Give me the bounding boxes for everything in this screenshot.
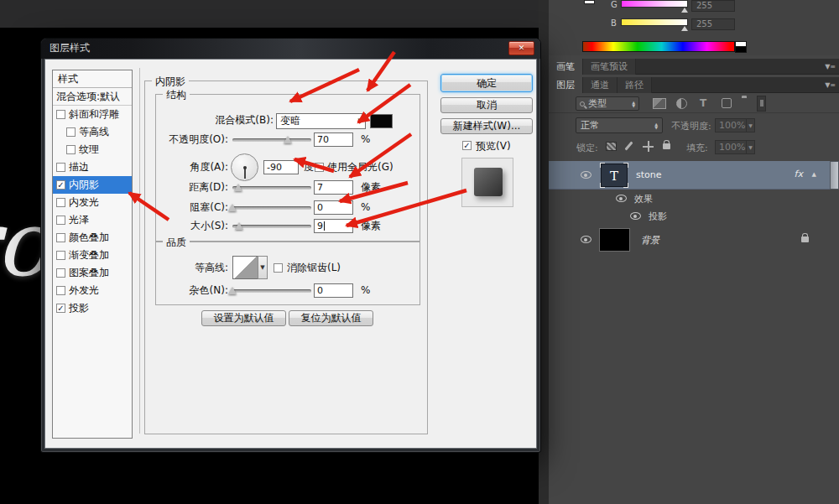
blue-channel-slider[interactable] bbox=[621, 18, 688, 26]
drop-shadow-effect-row[interactable]: 投影 bbox=[549, 208, 839, 225]
style-item-stroke[interactable]: 描边 bbox=[53, 158, 132, 176]
text-layer-thumbnail[interactable]: T bbox=[601, 164, 628, 187]
distance-field[interactable]: 7 bbox=[314, 180, 353, 195]
layers-scrollbar-thumb[interactable] bbox=[830, 161, 839, 190]
checkbox[interactable] bbox=[66, 127, 76, 137]
layer-name[interactable]: 背景 bbox=[641, 234, 659, 247]
noise-slider[interactable] bbox=[232, 289, 311, 293]
blue-value-field[interactable]: 255 bbox=[691, 18, 735, 30]
checkbox[interactable] bbox=[56, 286, 65, 295]
contour-picker[interactable] bbox=[232, 256, 258, 279]
checkbox[interactable] bbox=[56, 110, 65, 119]
set-default-button[interactable]: 设置为默认值 bbox=[201, 310, 286, 326]
shadow-color-swatch[interactable] bbox=[370, 114, 393, 128]
style-item-texture[interactable]: 纹理 bbox=[53, 141, 132, 158]
checkbox[interactable] bbox=[56, 216, 65, 225]
panel-menu-icon[interactable]: ▼≡ bbox=[825, 77, 836, 93]
distance-slider[interactable] bbox=[232, 186, 311, 190]
visibility-eye-icon[interactable] bbox=[581, 171, 591, 179]
checkbox[interactable] bbox=[56, 251, 65, 260]
size-slider[interactable] bbox=[232, 225, 311, 228]
contour-dropdown-icon[interactable]: ▼ bbox=[258, 256, 268, 279]
checkbox[interactable]: ✓ bbox=[56, 304, 65, 313]
style-item-inner-glow[interactable]: 内发光 bbox=[53, 194, 132, 211]
noise-slider-thumb[interactable] bbox=[228, 287, 237, 294]
opacity-dropdown-icon[interactable]: ▼ bbox=[746, 118, 755, 132]
effects-row[interactable]: 效果 bbox=[549, 190, 839, 208]
style-item-bevel-emboss[interactable]: 斜面和浮雕 bbox=[53, 106, 132, 123]
layer-blend-mode-dropdown[interactable]: 正常 ▲▼ bbox=[576, 117, 663, 133]
noise-field[interactable]: 0 bbox=[314, 283, 353, 298]
opacity-slider-thumb[interactable] bbox=[284, 136, 292, 143]
filter-toggle-icon[interactable] bbox=[757, 96, 766, 112]
collapse-effects-icon[interactable]: ▲ bbox=[812, 171, 816, 178]
panel-menu-icon[interactable]: ▼≡ bbox=[825, 59, 836, 75]
green-slider-thumb[interactable] bbox=[681, 8, 688, 13]
style-item-satin[interactable]: 光泽 bbox=[53, 211, 132, 229]
visibility-eye-icon[interactable] bbox=[616, 195, 627, 202]
opacity-field[interactable]: 70 bbox=[314, 132, 353, 147]
tab-brush-presets[interactable]: 画笔预设 bbox=[583, 59, 636, 75]
visibility-eye-icon[interactable] bbox=[630, 212, 641, 220]
green-channel-slider[interactable] bbox=[621, 0, 688, 8]
distance-slider-thumb[interactable] bbox=[234, 184, 242, 191]
checkbox[interactable]: ✓ bbox=[56, 180, 65, 190]
foreground-color-swatch[interactable] bbox=[584, 0, 595, 4]
cancel-button[interactable]: 取消 bbox=[440, 97, 533, 113]
filter-shape-layers-icon[interactable] bbox=[722, 98, 732, 108]
style-item-blending-options[interactable]: 混合选项:默认 bbox=[53, 88, 132, 106]
background-layer-thumbnail[interactable] bbox=[599, 228, 630, 252]
lock-all-icon[interactable] bbox=[663, 143, 670, 149]
style-item-outer-glow[interactable]: 外发光 bbox=[53, 282, 132, 299]
filter-pixel-layers-icon[interactable] bbox=[653, 98, 666, 109]
tab-channels[interactable]: 通道 bbox=[583, 77, 618, 93]
choke-slider-thumb[interactable] bbox=[228, 204, 237, 211]
size-slider-thumb[interactable] bbox=[235, 222, 243, 230]
fx-badge[interactable]: fx bbox=[795, 169, 803, 179]
layer-row-background[interactable]: 背景 bbox=[549, 226, 839, 253]
blue-slider-thumb[interactable] bbox=[681, 26, 688, 31]
lock-move-icon[interactable] bbox=[643, 141, 654, 152]
ok-button[interactable]: 确定 bbox=[440, 74, 533, 92]
checkbox[interactable] bbox=[56, 163, 65, 172]
layer-row-stone[interactable]: T stone fx ▲ bbox=[549, 161, 830, 190]
style-item-contour[interactable]: 等高线 bbox=[53, 123, 132, 141]
layer-name[interactable]: stone bbox=[636, 169, 662, 180]
filter-type-layers-icon[interactable]: T bbox=[700, 98, 706, 109]
layer-opacity-value[interactable]: 100% bbox=[715, 118, 747, 132]
blend-mode-dropdown[interactable]: 变暗▼ bbox=[276, 113, 366, 129]
tab-brush[interactable]: 画笔 bbox=[549, 59, 583, 75]
style-item-drop-shadow[interactable]: ✓投影 bbox=[53, 299, 132, 317]
choke-slider[interactable] bbox=[232, 206, 311, 210]
lock-paint-icon[interactable] bbox=[624, 141, 633, 150]
anti-alias-checkbox[interactable] bbox=[274, 263, 283, 273]
color-spectrum-ramp[interactable] bbox=[582, 41, 735, 52]
style-item-inner-shadow[interactable]: ✓内阴影 bbox=[53, 176, 132, 194]
angle-dial[interactable] bbox=[231, 153, 258, 181]
green-value-field[interactable]: 255 bbox=[691, 0, 735, 12]
global-light-checkbox[interactable] bbox=[315, 163, 324, 172]
style-item-gradient-overlay[interactable]: 渐变叠加 bbox=[53, 247, 132, 264]
style-item-pattern-overlay[interactable]: 图案叠加 bbox=[53, 264, 132, 282]
lock-transparency-icon[interactable] bbox=[606, 142, 617, 151]
checkbox[interactable] bbox=[56, 233, 65, 242]
angle-field[interactable]: -90 bbox=[263, 160, 299, 174]
opacity-slider[interactable] bbox=[232, 138, 311, 142]
new-style-button[interactable]: 新建样式(W)... bbox=[440, 118, 533, 134]
fill-dropdown-icon[interactable]: ▼ bbox=[746, 140, 755, 154]
style-item-color-overlay[interactable]: 颜色叠加 bbox=[53, 229, 132, 247]
fill-value[interactable]: 100% bbox=[715, 140, 747, 154]
black-swatch[interactable] bbox=[735, 46, 747, 53]
filter-type-dropdown[interactable]: 类型 ▲▼ bbox=[576, 96, 639, 111]
checkbox[interactable] bbox=[56, 198, 65, 207]
tab-paths[interactable]: 路径 bbox=[618, 77, 652, 93]
visibility-eye-icon[interactable] bbox=[581, 236, 591, 243]
dialog-titlebar[interactable]: 图层样式 bbox=[41, 39, 540, 59]
reset-default-button[interactable]: 复位为默认值 bbox=[289, 310, 373, 326]
close-button[interactable]: ✕ bbox=[508, 41, 534, 55]
checkbox[interactable] bbox=[66, 145, 76, 154]
preview-checkbox[interactable]: ✓ bbox=[462, 141, 472, 150]
tab-layers[interactable]: 图层 bbox=[549, 77, 583, 93]
checkbox[interactable] bbox=[56, 268, 65, 278]
size-field[interactable]: 9 bbox=[314, 219, 353, 233]
